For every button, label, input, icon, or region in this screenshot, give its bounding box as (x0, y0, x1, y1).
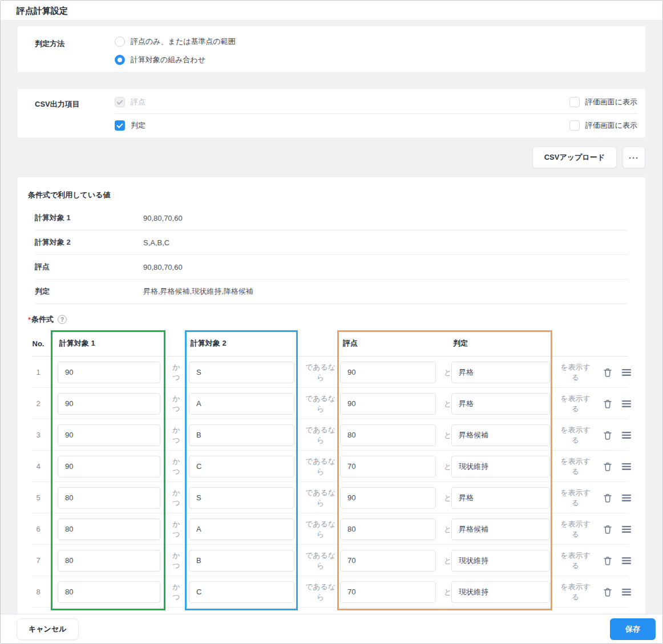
connector-then: であるなら (302, 488, 339, 508)
target2-input[interactable] (189, 487, 294, 509)
csv-upload-button[interactable]: CSVアップロード (532, 147, 617, 168)
score-input[interactable] (340, 456, 436, 477)
save-button[interactable]: 保存 (610, 618, 656, 640)
target1-input[interactable] (58, 362, 160, 383)
judgement-input[interactable] (451, 424, 550, 446)
target1-input[interactable] (58, 581, 160, 603)
values-row-value: 90,80,70,60 (143, 214, 183, 222)
connector-with: と (444, 556, 451, 566)
drag-handle-button[interactable] (622, 431, 632, 439)
condition-row: 5 かつ であるなら と を表示する (18, 482, 645, 513)
target1-input[interactable] (58, 519, 160, 540)
cancel-button[interactable]: キャンセル (17, 618, 79, 640)
score-input[interactable] (340, 393, 436, 415)
score-input[interactable] (340, 550, 436, 572)
drag-handle-button[interactable] (622, 494, 632, 502)
radio-option-label: 計算対象の組み合わせ (131, 55, 205, 65)
values-row-label: 判定 (35, 286, 143, 297)
target2-input[interactable] (189, 550, 294, 572)
target2-input[interactable] (189, 456, 294, 477)
target2-input[interactable] (189, 362, 294, 383)
radio-selected-icon[interactable] (115, 55, 125, 65)
score-input[interactable] (340, 362, 436, 383)
delete-row-button[interactable] (603, 587, 613, 597)
judgement-input[interactable] (451, 519, 550, 540)
help-icon[interactable]: ? (58, 315, 67, 324)
trash-icon (603, 399, 613, 409)
judgement-input[interactable] (451, 362, 550, 383)
csv-output-row-score: 評点 評価画面に表示 (115, 90, 637, 114)
delete-row-button[interactable] (603, 524, 613, 534)
target1-input[interactable] (58, 487, 160, 509)
checkbox-checked-disabled-icon (115, 97, 125, 107)
connector-and: かつ (169, 519, 184, 540)
drag-handle-button[interactable] (622, 400, 632, 408)
target1-input[interactable] (58, 456, 160, 477)
judgement-input[interactable] (451, 393, 550, 415)
more-options-button[interactable]: ··· (622, 147, 645, 168)
delete-row-button[interactable] (603, 430, 613, 440)
target2-input[interactable] (189, 519, 294, 540)
drag-handle-button[interactable] (622, 588, 632, 596)
required-asterisk: * (28, 315, 31, 324)
drag-handle-icon (622, 494, 632, 502)
target2-input[interactable] (189, 581, 294, 603)
condition-row: 8 かつ であるなら と を表示する (18, 576, 645, 607)
trash-icon (603, 556, 613, 566)
radio-option-combination[interactable]: 計算対象の組み合わせ (115, 55, 236, 65)
connector-then: であるなら (302, 519, 339, 540)
score-input[interactable] (340, 519, 436, 540)
connector-with: と (444, 524, 451, 534)
drag-handle-button[interactable] (622, 557, 632, 565)
judgement-input[interactable] (451, 550, 550, 572)
drag-handle-button[interactable] (622, 463, 632, 471)
delete-row-button[interactable] (603, 461, 613, 472)
drag-handle-icon (622, 431, 632, 439)
values-row-value: S,A,B,C (143, 238, 169, 247)
connector-then: であるなら (302, 582, 339, 602)
connector-and: かつ (169, 582, 184, 602)
header-target2: 計算対象 2 (189, 338, 294, 349)
condition-row: 3 かつ であるなら と を表示する (18, 419, 645, 451)
judgement-input[interactable] (451, 456, 550, 477)
delete-row-button[interactable] (603, 556, 613, 566)
target1-input[interactable] (58, 424, 160, 446)
checkbox-unchecked-icon[interactable] (569, 120, 580, 131)
trash-icon (603, 587, 613, 597)
conditions-title-text: 条件式 (31, 314, 54, 325)
delete-row-button[interactable] (603, 367, 613, 378)
target1-input[interactable] (58, 393, 160, 415)
connector-display: を表示する (557, 425, 594, 445)
connector-and: かつ (169, 456, 184, 477)
trash-icon (603, 430, 613, 440)
table-toolbar: CSVアップロード ··· (1, 137, 662, 177)
delete-row-button[interactable] (603, 493, 613, 503)
score-input[interactable] (340, 487, 436, 509)
checkbox-unchecked-icon[interactable] (569, 97, 580, 107)
target1-input[interactable] (58, 550, 160, 572)
show-on-eval-label: 評価画面に表示 (585, 97, 637, 107)
checkbox-checked-icon[interactable] (115, 120, 125, 131)
condition-row: 7 かつ であるなら と を表示する (18, 545, 645, 576)
connector-display: を表示する (557, 456, 594, 477)
csv-output-label: CSV出力項目 (35, 89, 115, 137)
connector-display: を表示する (557, 362, 594, 383)
judgement-input[interactable] (451, 581, 550, 603)
drag-handle-button[interactable] (622, 525, 632, 533)
values-row: 判定 昇格,昇格候補,現状維持,降格候補 (35, 280, 628, 304)
target2-input[interactable] (189, 393, 294, 415)
score-input[interactable] (340, 424, 436, 446)
values-row-label: 評点 (35, 262, 143, 272)
header-target1: 計算対象 1 (58, 338, 160, 349)
judgement-input[interactable] (451, 487, 550, 509)
radio-unselected-icon[interactable] (115, 37, 125, 47)
drag-handle-button[interactable] (622, 368, 632, 376)
row-number: 5 (22, 493, 54, 502)
csv-output-rows: 評点 評価画面に表示 判定 評価画面に表示 (115, 89, 637, 137)
target2-input[interactable] (189, 424, 294, 446)
score-input[interactable] (340, 581, 436, 603)
conditions-rows: 1 かつ であるなら と を表示する (18, 357, 645, 607)
conditions-table-header: No. 計算対象 1 計算対象 2 評点 判定 (18, 330, 645, 357)
radio-option-score-range[interactable]: 評点のみ、または基準点の範囲 (115, 37, 236, 47)
delete-row-button[interactable] (603, 399, 613, 409)
